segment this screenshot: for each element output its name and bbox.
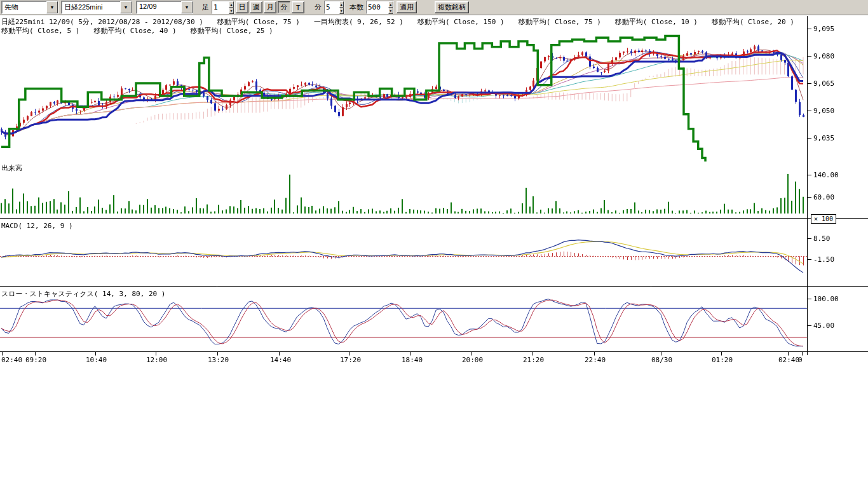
time-axis-label: 12:00: [146, 356, 167, 364]
period-button-day[interactable]: 日: [236, 1, 248, 13]
time-axis-label: 02:40: [778, 356, 799, 364]
dropdown-arrow-icon[interactable]: ▼: [46, 1, 58, 13]
contract-month-value: 12/09: [137, 1, 181, 13]
toolbar: 先物 ▼ 日経225mini ▼ 12/09 ▼ 足 ▲▼ 日 週 月 分 T …: [0, 0, 868, 15]
time-axis-label: 10:40: [86, 356, 107, 364]
contract-month-select[interactable]: 12/09 ▼: [136, 1, 193, 14]
volume-axis-label: 60.00: [813, 193, 834, 201]
chart-area: 日経225mini 12/09( 5分, 2012/08/28 - 2012/0…: [0, 16, 868, 369]
period-button-tick[interactable]: T: [292, 1, 304, 13]
price-axis-label: 9,035: [813, 134, 834, 142]
symbol-select[interactable]: 日経225mini ▼: [61, 1, 132, 14]
price-axis-label: 9,065: [813, 79, 834, 88]
legend-item: 移動平均( Close, 75 ): [519, 18, 601, 26]
bar-label: 足: [201, 3, 210, 12]
count-label: 本数: [348, 3, 365, 12]
volume-multiplier-badge: × 100: [811, 214, 836, 224]
time-axis-label: 20:00: [462, 356, 483, 364]
time-axis-label: 09:20: [25, 356, 46, 364]
legend-item: 移動平均( Close, 25 ): [191, 27, 273, 35]
time-axis-label: 17:20: [340, 356, 361, 364]
macd-axis-label: -1.50: [813, 255, 834, 264]
macd-panel-label: MACD( 12, 26, 9 ): [1, 222, 73, 230]
time-axis-label: 22:40: [585, 356, 606, 364]
time-axis-label: 13:20: [208, 356, 229, 364]
legend-item: 一目均衡表( 9, 26, 52 ): [314, 18, 403, 26]
spinner-arrows-icon[interactable]: ▲▼: [339, 1, 344, 13]
time-axis-label: 02:40: [1, 356, 22, 364]
bar-interval-input[interactable]: [212, 1, 229, 13]
bar-count-stepper[interactable]: ▲▼: [366, 1, 394, 14]
period-button-week[interactable]: 週: [250, 1, 262, 13]
legend-item: 移動平均( Close, 20 ): [712, 18, 794, 26]
legend-item: 移動平均( Close, 75 ): [217, 18, 300, 26]
period-button-month[interactable]: 月: [264, 1, 276, 13]
period-button-minute[interactable]: 分: [278, 1, 290, 13]
apply-button[interactable]: 適用: [397, 1, 417, 13]
legend-item: 移動平均( Close, 150 ): [417, 18, 505, 26]
minute-label: 分: [313, 3, 323, 12]
legend-item: 移動平均( Close, 10 ): [615, 18, 698, 26]
bar-interval-stepper[interactable]: ▲▼: [212, 1, 234, 14]
time-axis-label: 08/30: [651, 356, 672, 364]
bar-count-input[interactable]: [367, 1, 388, 13]
multi-symbol-button[interactable]: 複数銘柄: [435, 1, 469, 13]
symbol-value: 日経225mini: [62, 1, 120, 13]
minute-interval-stepper[interactable]: ▲▼: [324, 1, 344, 14]
legend-line-2: 移動平均( Close, 5 )移動平均( Close, 40 )移動平均( C…: [1, 26, 287, 36]
instrument-type-value: 先物: [2, 1, 46, 13]
time-axis-label: 0: [798, 356, 803, 364]
chart-title: 日経225mini 12/09( 5分, 2012/08/28 - 2012/0…: [1, 18, 203, 26]
time-axis-label: 14:40: [270, 356, 291, 364]
dropdown-arrow-icon[interactable]: ▼: [120, 1, 132, 13]
volume-panel-label: 出来高: [1, 163, 22, 173]
time-axis-label: 01:20: [712, 356, 733, 364]
instrument-type-select[interactable]: 先物 ▼: [1, 1, 58, 14]
price-axis-label: 9,095: [813, 25, 834, 33]
minute-interval-input[interactable]: [325, 1, 339, 13]
legend-item: 移動平均( Close, 5 ): [1, 27, 79, 35]
stoch-axis-label: 100.00: [813, 295, 839, 303]
macd-axis-label: 8.50: [813, 234, 831, 243]
price-axis-label: 9,080: [813, 52, 834, 60]
stoch-axis-label: 45.00: [813, 322, 834, 330]
price-axis-label: 9,050: [813, 107, 834, 115]
dropdown-arrow-icon[interactable]: ▼: [181, 1, 193, 13]
legend-item: 移動平均( Close, 40 ): [93, 27, 176, 35]
chart-canvas[interactable]: [0, 16, 868, 369]
legend-line-1: 日経225mini 12/09( 5分, 2012/08/28 - 2012/0…: [1, 17, 808, 27]
stoch-panel-label: スロー・ストキャスティクス( 14, 3, 80, 20 ): [1, 289, 165, 299]
volume-axis-label: 140.00: [813, 171, 839, 179]
spinner-arrows-icon[interactable]: ▲▼: [388, 1, 393, 13]
time-axis-label: 18:40: [402, 356, 423, 364]
spinner-arrows-icon[interactable]: ▲▼: [229, 1, 234, 13]
time-axis-label: 21:20: [523, 356, 544, 364]
